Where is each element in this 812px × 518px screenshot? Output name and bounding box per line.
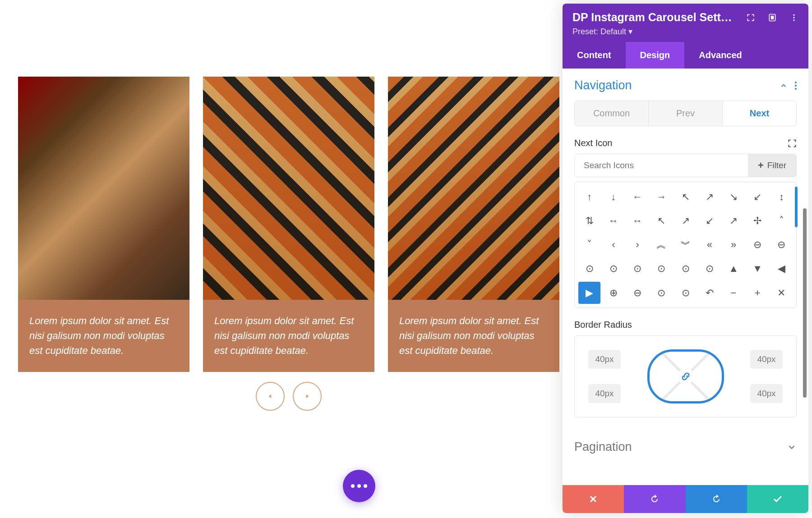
svg-point-2 [793,14,794,15]
icon-option[interactable]: ‹ [602,234,624,256]
section-title-navigation[interactable]: Navigation [574,78,632,92]
icon-option[interactable]: ⊖ [770,234,793,256]
card-caption: Lorem ipsum dolor sit amet. Est nisi gal… [388,300,559,372]
subtab-next[interactable]: Next [723,101,796,126]
border-radius-label: Border Radius [574,320,632,330]
icon-option[interactable]: + [747,282,769,304]
cancel-button[interactable] [563,485,624,513]
icon-option[interactable]: ⊙ [651,258,673,280]
icon-option[interactable]: ↘ [722,186,744,208]
collapse-icon[interactable] [780,82,788,90]
icon-option[interactable]: ▶ [578,282,600,304]
icon-option[interactable]: ˅ [578,234,600,256]
icon-option[interactable]: ⊖ [626,282,648,304]
icon-option[interactable]: ▼ [747,258,769,280]
border-radius-tl[interactable]: 40px [588,350,621,369]
panel-title: DP Instagram Carousel Sett… [572,11,732,24]
icon-option[interactable]: ↔ [626,210,648,232]
icon-option[interactable]: ⊙ [674,282,697,304]
section-title-pagination[interactable]: Pagination [574,440,632,454]
icon-option[interactable]: ↖ [651,210,673,232]
icon-option[interactable]: ↙ [747,186,769,208]
icon-option[interactable]: ︽ [651,234,673,256]
fullscreen-icon[interactable] [788,139,797,148]
icon-option[interactable]: ⊖ [747,234,769,256]
subtab-prev[interactable]: Prev [649,101,723,126]
icon-option[interactable]: ↖ [674,186,697,208]
card-image [18,77,189,300]
border-radius-br[interactable]: 40px [750,384,783,403]
border-radius-control: 40px 40px 40px 40px [574,335,797,417]
filter-button[interactable]: + Filter [748,154,796,177]
preset-selector[interactable]: Preset: Default ▾ [572,27,798,37]
navigation-subtabs: Common Prev Next [574,101,797,126]
icon-option[interactable]: − [722,282,744,304]
icon-option[interactable]: ↕ [770,186,793,208]
expand-section-icon[interactable] [787,442,797,452]
kebab-icon[interactable] [789,13,798,22]
redo-button[interactable] [686,485,747,513]
icon-option[interactable]: ⊙ [698,258,720,280]
responsive-icon[interactable] [768,13,777,22]
carousel-next-button[interactable] [293,382,322,411]
save-button[interactable] [747,485,808,513]
icon-option[interactable]: → [651,186,673,208]
icon-option[interactable]: ⊙ [578,258,600,280]
svg-rect-1 [771,15,774,19]
icon-option[interactable]: « [698,234,720,256]
icon-option[interactable]: ↶ [698,282,720,304]
icon-option[interactable]: ↔ [602,210,624,232]
next-icon-label: Next Icon [574,138,612,148]
icon-option[interactable]: ✕ [770,282,793,304]
svg-point-4 [793,19,794,21]
icon-option[interactable]: ︾ [674,234,697,256]
carousel-card: Lorem ipsum dolor sit amet. Est nisi gal… [388,77,559,372]
icon-option[interactable]: ← [626,186,648,208]
expand-icon[interactable] [746,13,755,22]
card-caption: Lorem ipsum dolor sit amet. Est nisi gal… [203,300,374,372]
icon-option[interactable]: ↙ [698,210,720,232]
icon-picker-grid: ↑↓←→↖↗↘↙↕⇅↔↔↖↗↙↗✢˄˅‹›︽︾«»⊖⊖⊙⊙⊙⊙⊙⊙▲▼◀▶⊕⊖⊙… [574,182,797,308]
carousel-preview: Lorem ipsum dolor sit amet. Est nisi gal… [18,77,559,411]
icon-option[interactable]: › [626,234,648,256]
icon-option[interactable]: ▲ [722,258,744,280]
icon-option[interactable]: ⇅ [578,210,600,232]
border-radius-preview [647,349,724,403]
icon-option[interactable]: ↗ [698,186,720,208]
carousel-prev-button[interactable] [256,382,285,411]
tab-content[interactable]: Content [563,42,626,69]
card-image [388,77,559,300]
icon-option[interactable]: » [722,234,744,256]
panel-scrollbar[interactable] [803,208,807,398]
panel-header: DP Instagram Carousel Sett… Preset: Defa… [563,4,808,42]
card-image [203,77,374,300]
section-menu-icon[interactable] [795,82,797,90]
panel-footer [563,485,808,513]
undo-button[interactable] [624,485,685,513]
icon-grid-scrollbar[interactable] [795,187,798,227]
settings-panel: DP Instagram Carousel Sett… Preset: Defa… [563,4,808,513]
icon-option[interactable]: ✢ [747,210,769,232]
subtab-common[interactable]: Common [575,101,649,126]
fab-menu-button[interactable] [343,470,375,502]
icon-option[interactable]: ⊕ [602,282,624,304]
icon-option[interactable]: ⊙ [602,258,624,280]
search-icons-input[interactable] [575,154,748,177]
icon-option[interactable]: ↓ [602,186,624,208]
icon-option[interactable]: ⊙ [626,258,648,280]
border-radius-tr[interactable]: 40px [750,350,783,369]
border-radius-bl[interactable]: 40px [588,384,621,403]
icon-option[interactable]: ↗ [674,210,697,232]
icon-option[interactable]: ◀ [770,258,793,280]
svg-point-3 [793,17,794,18]
tab-advanced[interactable]: Advanced [684,42,757,69]
icon-option[interactable]: ↗ [722,210,744,232]
icon-option[interactable]: ⊙ [674,258,697,280]
icon-option[interactable]: ⊙ [651,282,673,304]
icon-option[interactable]: ˄ [770,210,793,232]
card-caption: Lorem ipsum dolor sit amet. Est nisi gal… [18,300,189,372]
carousel-card: Lorem ipsum dolor sit amet. Est nisi gal… [203,77,374,372]
link-values-toggle[interactable] [678,368,694,385]
icon-option[interactable]: ↑ [578,186,600,208]
tab-design[interactable]: Design [626,42,685,69]
